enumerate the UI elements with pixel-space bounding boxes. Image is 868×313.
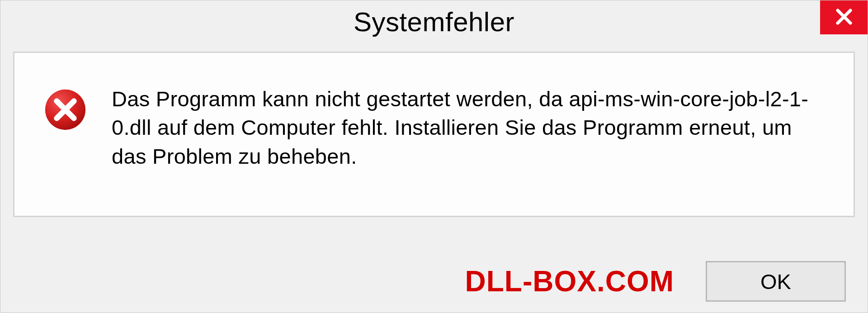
dialog-footer: DLL-BOX.COM OK: [0, 261, 868, 302]
close-icon: [833, 6, 855, 29]
error-dialog-window: Systemfehler: [0, 0, 868, 313]
message-panel: Das Programm kann nicht gestartet werden…: [13, 52, 855, 217]
error-icon: [44, 88, 87, 131]
close-button[interactable]: [820, 0, 868, 34]
error-message: Das Programm kann nicht gestartet werden…: [112, 85, 826, 171]
window-title: Systemfehler: [354, 6, 514, 38]
ok-button[interactable]: OK: [706, 261, 846, 302]
titlebar: Systemfehler: [0, 0, 868, 43]
watermark-text: DLL-BOX.COM: [465, 265, 675, 298]
ok-button-label: OK: [760, 269, 791, 294]
